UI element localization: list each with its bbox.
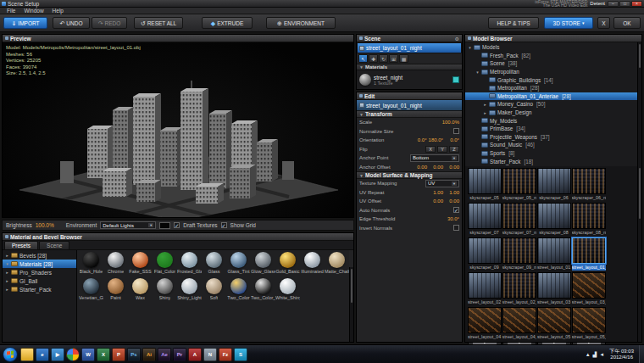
model-thumbnail[interactable]: street_layout_02	[468, 272, 502, 306]
transform-section-header[interactable]: ▾ Transform	[357, 110, 462, 118]
material-preset[interactable]: Fake_SSS	[128, 252, 153, 278]
scale-value[interactable]: 100.0%	[442, 120, 459, 125]
material-preset[interactable]: Matte_Chalk	[325, 252, 349, 278]
model-tree-item[interactable]: ▾ Models	[465, 43, 637, 52]
model-tree-item[interactable]: Projectile_Weapons [37]	[465, 133, 637, 142]
material-preset[interactable]: Glass_Tint	[226, 252, 251, 278]
material-preset[interactable]: Flat_Color	[153, 252, 177, 278]
model-tree-item[interactable]: Graphic_Buildings [14]	[465, 75, 637, 84]
network-status-icon[interactable]: ▟	[593, 351, 597, 357]
uv-offset-v-value[interactable]: 0.00	[445, 198, 459, 204]
ie-icon[interactable]: e	[36, 348, 49, 361]
model-thumbnail[interactable]: skyscraper_08_night	[572, 203, 606, 237]
maximize-button[interactable]: □	[619, 1, 630, 7]
scene-material-item[interactable]: street_night 1 Texture	[357, 70, 462, 89]
model-thumbnail[interactable]: skyscraper_08	[537, 203, 571, 237]
photoshop-icon[interactable]: Ps	[127, 348, 141, 361]
model-tree-item[interactable]: ▾ Metropolitan	[465, 68, 637, 76]
explorer-icon[interactable]	[20, 348, 34, 361]
reset-all-button[interactable]: ↺ RESET ALL	[134, 17, 183, 29]
menu-item[interactable]: File	[3, 8, 19, 14]
anchor-offset-z-value[interactable]: 0.00	[445, 165, 459, 170]
texture-mapping-dropdown[interactable]: UV ▼	[425, 180, 459, 187]
model-thumbnail[interactable]: street_layout_05	[537, 307, 571, 341]
premiere-icon[interactable]: Pr	[173, 348, 186, 361]
extrude-button[interactable]: ◆ EXTRUDE	[202, 17, 253, 29]
select-tool-icon[interactable]: ↖	[358, 54, 368, 63]
model-thumbnail[interactable]: skyscraper_07	[468, 203, 502, 237]
tab[interactable]: Presets	[4, 241, 38, 249]
material-preset[interactable]: Chrome	[103, 252, 128, 278]
model-tree-item[interactable]: ▸ Maker_Design	[465, 109, 637, 117]
help-tips-button[interactable]: HELP & TIPS	[488, 17, 539, 29]
excel-icon[interactable]: X	[97, 348, 110, 361]
expander-icon[interactable]: ▸	[483, 102, 487, 107]
material-preset[interactable]: Venetian_Glass	[79, 278, 103, 304]
expander-icon[interactable]: ▾	[468, 45, 472, 50]
move-tool-icon[interactable]: ✚	[369, 54, 378, 63]
material-tree-item[interactable]: ▾ Materials [28]	[3, 260, 76, 268]
after-effects-icon[interactable]: Ae	[158, 348, 171, 361]
model-thumbnail[interactable]: skyscraper_07_night	[502, 203, 536, 237]
uv-repeat-u-value[interactable]: 1.00	[429, 190, 443, 195]
anchor-point-dropdown[interactable]: Bottom ▼	[410, 154, 459, 162]
model-tree-item[interactable]: Fresh_Pack [82]	[465, 52, 637, 60]
uv-repeat-v-value[interactable]: 1.00	[445, 190, 459, 195]
material-tree-item[interactable]: ▸ Bevels [28]	[3, 251, 76, 260]
flip-y-button[interactable]: Y	[437, 146, 447, 153]
material-preset[interactable]: Paint	[103, 278, 128, 304]
auto-normals-checkbox[interactable]	[453, 207, 459, 213]
edge-threshold-value[interactable]: 30.0°	[445, 216, 459, 221]
draft-textures-checkbox[interactable]	[174, 222, 180, 228]
volume-icon[interactable]: ◄	[599, 352, 604, 357]
material-preset[interactable]: Illuminated	[300, 252, 325, 278]
rotate-tool-icon[interactable]: ↻	[379, 54, 388, 63]
powerpoint-icon[interactable]: P	[112, 348, 125, 361]
close-button[interactable]: ×	[631, 1, 642, 7]
redo-button[interactable]: ↷ REDO	[92, 17, 127, 29]
anchor-offset-x-value[interactable]: 0.00	[413, 165, 427, 170]
brightness-value[interactable]: 100.0%	[36, 222, 54, 228]
model-thumbnail[interactable]: skyscraper_05	[468, 168, 502, 202]
cancel-button[interactable]: X	[597, 17, 610, 29]
skype-icon[interactable]: S	[234, 348, 247, 361]
model-thumbnail[interactable]: skyscraper_05_night	[502, 168, 536, 202]
material-tree-item[interactable]: ▸ GI_Ball	[3, 276, 76, 285]
acrobat-icon[interactable]: A	[188, 348, 202, 361]
model-thumbnail[interactable]: street_layout_04	[468, 307, 502, 341]
notepad-icon[interactable]: N	[203, 348, 217, 361]
model-thumbnail[interactable]: street_layout_04_night	[502, 307, 536, 341]
model-thumbnail[interactable]: street_layout_01_night	[572, 237, 606, 271]
material-preset[interactable]: Wax	[128, 278, 153, 304]
filezilla-icon[interactable]: Fz	[219, 348, 232, 361]
illustrator-icon[interactable]: Ai	[142, 348, 156, 361]
model-tree-item[interactable]: Scene [38]	[465, 59, 637, 68]
import-button[interactable]: ⇓ IMPORT	[3, 17, 47, 29]
model-tree-item[interactable]: Starter_Pack [18]	[465, 157, 637, 165]
model-thumbnail[interactable]: street_layout_01	[537, 237, 571, 271]
material-preset[interactable]: Gold_Basic	[275, 252, 300, 278]
grid-tool-icon[interactable]: ▦	[399, 54, 408, 63]
material-preset[interactable]: Two_Color	[226, 278, 251, 304]
environment-button[interactable]: ⊕ ENVIRONMENT	[266, 17, 336, 29]
media-player-icon[interactable]: ▶	[51, 348, 64, 361]
material-grid-scrollbar[interactable]	[349, 267, 353, 342]
orientation-z-value[interactable]: 0.0°	[445, 137, 459, 142]
ok-button[interactable]: OK	[613, 17, 641, 29]
material-preset[interactable]: White_Shiny	[275, 278, 300, 304]
material-preset[interactable]: Frosted_Glass	[177, 252, 202, 278]
chrome-icon[interactable]	[66, 348, 80, 361]
tray-overflow-icon[interactable]: ▲	[586, 352, 591, 357]
material-preset[interactable]: Soft	[202, 278, 226, 304]
model-tree-item[interactable]: ▸ Money_Casino [50]	[465, 100, 637, 109]
normalize-size-checkbox[interactable]	[453, 128, 459, 134]
model-thumbnail[interactable]: skyscraper_06	[537, 168, 571, 202]
model-tree-item[interactable]: Metropolitan [28]	[465, 84, 637, 92]
material-preset[interactable]: Two_Color_BW	[251, 278, 275, 304]
material-preset[interactable]: Shiny	[153, 278, 177, 304]
tab[interactable]: Scene	[39, 241, 69, 249]
minimize-button[interactable]: –	[608, 1, 619, 7]
model-grid-scrollbar[interactable]	[637, 166, 641, 342]
undo-button[interactable]: ↶ UNDO	[53, 17, 90, 29]
model-thumbnail[interactable]: street_layout_03_night	[572, 272, 606, 306]
